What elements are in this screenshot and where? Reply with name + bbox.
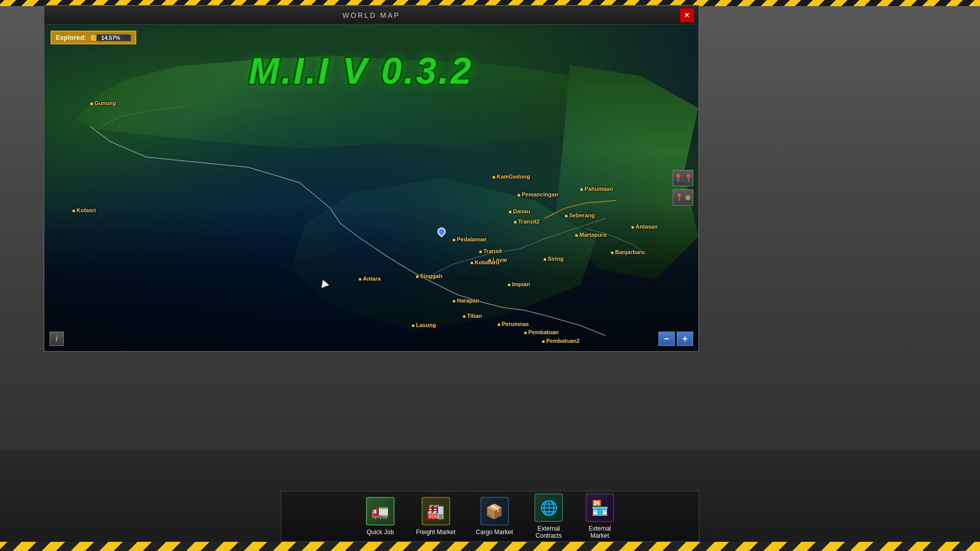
close-button[interactable]: × [680,8,694,22]
zoom-in-button[interactable]: + [677,332,693,346]
toolbar-item-cargo-market[interactable]: Cargo Market [465,493,523,540]
map-window: WORLD MAP × M.I.I V 0.3.2 [43,5,699,352]
city-kotabaru: Kotabaru [471,259,499,265]
map-title-bar: WORLD MAP × [44,6,698,24]
pin-control-button[interactable]: 📍 📍 [673,170,693,186]
hazard-stripe-bottom [0,542,980,551]
city-lasung: Lasung [412,322,436,328]
city-martapura: Martapura [575,232,606,238]
map-controls-group: 📍 📍 📍 ⊕ [673,170,693,206]
city-pemancingan: Pemancingan [518,191,558,197]
freight-market-label: Freight Market [416,529,455,536]
info-button[interactable]: i [50,332,64,346]
explored-percentage: 14.57% [91,35,131,41]
map-content: M.I.I V 0.3.2 Explored: 14.57% Gunung Ko… [44,24,698,351]
city-kotasri: Kotasri [72,207,96,213]
city-danau: Danau [509,208,530,214]
city-titian: Titian [463,313,482,319]
city-siring: Siring [544,256,564,262]
city-perumnas: Perumnas [498,321,529,327]
toolbar-item-quick-job[interactable]: Quick Job [355,493,406,540]
city-gunung: Gunung [90,100,116,106]
quick-job-icon [366,497,395,525]
player-cursor [320,280,330,290]
mod-title: M.I.I V 0.3.2 [249,50,473,92]
external-market-label: External Market [589,525,611,539]
toolbar-item-freight-market[interactable]: Freight Market [406,493,465,540]
quick-job-label: Quick Job [366,529,394,536]
city-impian: Impian [508,281,530,287]
bottom-toolbar: Quick Job Freight Market Cargo Market Ex… [281,491,699,542]
city-transit2: Transit2 [514,218,540,224]
zoom-controls: − + [658,332,693,346]
external-market-icon [585,493,614,522]
city-pembatuan2: Pembatuan2 [542,338,579,344]
city-transit: Transit [479,248,502,254]
cargo-market-icon [480,497,509,525]
cargo-market-label: Cargo Market [476,529,513,536]
city-harapan: Harapan [453,297,479,304]
city-singgah: Singgah [416,273,442,279]
zoom-out-button[interactable]: − [658,332,675,346]
location-marker [437,228,444,236]
external-contracts-label: External Contracts [535,525,561,539]
city-seberang: Seberang [565,212,595,218]
compass-control-button[interactable]: 📍 ⊕ [673,189,693,206]
explored-bar: 14.57% [90,34,131,41]
explored-label: Explored: [56,34,86,41]
explored-badge: Explored: 14.57% [51,31,136,44]
city-kamgedong: KamGedong [493,173,530,180]
freight-market-icon [422,497,450,525]
city-antara: Antara [359,276,381,282]
external-contracts-icon [534,493,563,522]
toolbar-item-external-contracts[interactable]: External Contracts [523,489,574,543]
city-pembatuan: Pembatuan [524,329,558,335]
city-antasan: Antasan [631,223,657,230]
city-pahumaan: Pahumaan [580,186,613,192]
city-banjarbaru: Banjarbaru [611,249,645,255]
map-title: WORLD MAP [342,11,400,19]
toolbar-item-external-market[interactable]: External Market [574,489,625,543]
city-pedalaman: Pedalaman [453,236,486,242]
